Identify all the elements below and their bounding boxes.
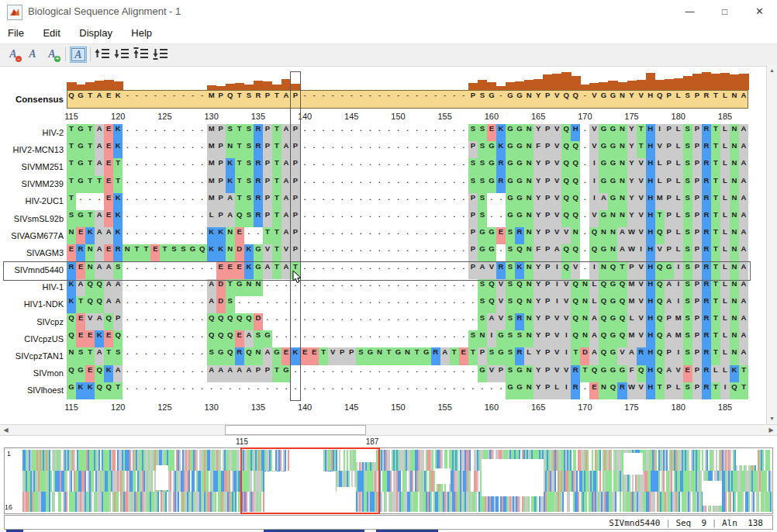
gap-cell[interactable]: . — [403, 158, 413, 175]
residue-cell[interactable]: K — [216, 244, 226, 261]
residue-cell[interactable]: E — [76, 227, 85, 244]
gap-cell[interactable]: . — [337, 193, 347, 210]
alignment-grid[interactable]: TGTAEK.........MPSTSRPTAP...............… — [67, 124, 748, 399]
gap-cell[interactable]: . — [188, 365, 198, 382]
residue-cell[interactable]: Q — [589, 365, 599, 382]
gap-cell[interactable]: . — [393, 158, 402, 175]
residue-cell[interactable]: L — [720, 347, 730, 364]
gap-cell[interactable]: . — [487, 382, 496, 399]
consensus-cell[interactable]: - — [141, 91, 150, 109]
residue-cell[interactable]: N — [524, 382, 534, 399]
residue-cell[interactable]: T — [711, 193, 720, 210]
residue-cell[interactable]: A — [95, 262, 104, 279]
sequence-name[interactable]: SIVmnd5440 — [0, 265, 64, 275]
gap-cell[interactable]: . — [487, 210, 496, 227]
residue-cell[interactable]: Q — [599, 279, 608, 296]
gap-cell[interactable]: . — [319, 124, 328, 141]
consensus-cell[interactable]: M — [207, 91, 216, 109]
gap-cell[interactable]: . — [384, 124, 393, 141]
residue-cell[interactable]: Y — [534, 210, 543, 227]
gap-cell[interactable]: . — [365, 313, 375, 330]
gap-cell[interactable]: . — [365, 210, 375, 227]
residue-cell[interactable]: S — [226, 296, 235, 313]
residue-cell[interactable]: N — [730, 262, 739, 279]
gap-cell[interactable]: . — [328, 262, 337, 279]
residue-cell[interactable]: E — [150, 244, 160, 261]
residue-cell[interactable]: P — [665, 176, 674, 193]
residue-cell[interactable]: L — [674, 210, 683, 227]
residue-cell[interactable]: R — [571, 382, 580, 399]
gap-cell[interactable]: . — [328, 365, 337, 382]
residue-cell[interactable]: V — [496, 313, 506, 330]
residue-cell[interactable]: E — [235, 227, 244, 244]
residue-cell[interactable]: V — [571, 262, 580, 279]
gap-cell[interactable]: . — [365, 279, 375, 296]
residue-cell[interactable]: E — [309, 347, 319, 364]
residue-cell[interactable]: E — [235, 262, 244, 279]
gap-cell[interactable]: . — [337, 244, 347, 261]
consensus-cell[interactable]: - — [384, 91, 393, 109]
residue-cell[interactable]: N — [730, 176, 739, 193]
residue-cell[interactable]: P — [692, 296, 702, 313]
gap-cell[interactable]: . — [300, 365, 309, 382]
residue-cell[interactable]: P — [291, 158, 300, 175]
gap-cell[interactable]: . — [450, 141, 459, 158]
residue-cell[interactable]: N — [730, 141, 739, 158]
consensus-cell[interactable]: S — [478, 91, 487, 109]
sequence-name[interactable]: SIVcpzTAN1 — [0, 351, 64, 361]
gap-cell[interactable]: . — [319, 176, 328, 193]
residue-cell[interactable]: N — [580, 296, 589, 313]
gap-cell[interactable]: . — [422, 158, 431, 175]
residue-cell[interactable]: Q — [599, 313, 608, 330]
gap-cell[interactable]: . — [413, 227, 422, 244]
consensus-cell[interactable]: T — [711, 91, 720, 109]
residue-cell[interactable]: G — [487, 227, 496, 244]
residue-cell[interactable]: G — [263, 330, 272, 347]
residue-cell[interactable]: T — [113, 158, 123, 175]
residue-cell[interactable]: V — [655, 141, 665, 158]
gap-cell[interactable]: . — [281, 279, 291, 296]
residue-cell[interactable]: S — [683, 244, 692, 261]
residue-cell[interactable]: N — [571, 227, 580, 244]
gap-cell[interactable]: . — [450, 296, 459, 313]
residue-cell[interactable]: I — [561, 382, 571, 399]
residue-cell[interactable]: T — [711, 176, 720, 193]
residue-cell[interactable]: Q — [515, 279, 524, 296]
gap-cell[interactable]: . — [468, 365, 478, 382]
gap-cell[interactable]: . — [468, 296, 478, 313]
gap-cell[interactable]: . — [291, 382, 300, 399]
residue-cell[interactable]: G — [478, 365, 487, 382]
residue-cell[interactable]: Q — [235, 210, 244, 227]
gap-cell[interactable]: . — [254, 227, 263, 244]
residue-cell[interactable]: E — [300, 347, 309, 364]
residue-cell[interactable]: N — [617, 210, 627, 227]
gap-cell[interactable]: . — [337, 176, 347, 193]
residue-cell[interactable]: L — [720, 330, 730, 347]
residue-cell[interactable]: P — [291, 124, 300, 141]
residue-cell[interactable]: P — [692, 158, 702, 175]
residue-cell[interactable]: A — [113, 279, 123, 296]
residue-cell[interactable]: S — [506, 244, 515, 261]
residue-cell[interactable]: T — [655, 382, 665, 399]
residue-cell[interactable]: G — [254, 244, 263, 261]
residue-cell[interactable]: P — [543, 279, 552, 296]
gap-cell[interactable]: . — [319, 296, 328, 313]
consensus-cell[interactable]: R — [702, 91, 711, 109]
gap-cell[interactable]: . — [365, 365, 375, 382]
residue-cell[interactable]: S — [506, 279, 515, 296]
residue-cell[interactable]: N — [226, 227, 235, 244]
gap-cell[interactable]: . — [393, 227, 402, 244]
residue-cell[interactable]: G — [67, 382, 76, 399]
residue-cell[interactable]: K — [291, 347, 300, 364]
residue-cell[interactable]: A — [478, 262, 487, 279]
residue-cell[interactable]: T — [272, 141, 281, 158]
residue-cell[interactable]: H — [646, 330, 655, 347]
residue-cell[interactable]: S — [683, 382, 692, 399]
residue-cell[interactable]: S — [683, 347, 692, 364]
gap-cell[interactable]: . — [393, 313, 402, 330]
residue-cell[interactable]: Q — [67, 313, 76, 330]
gap-cell[interactable]: . — [188, 193, 198, 210]
residue-cell[interactable]: L — [674, 382, 683, 399]
residue-cell[interactable]: Y — [627, 124, 637, 141]
residue-cell[interactable]: P — [665, 313, 674, 330]
